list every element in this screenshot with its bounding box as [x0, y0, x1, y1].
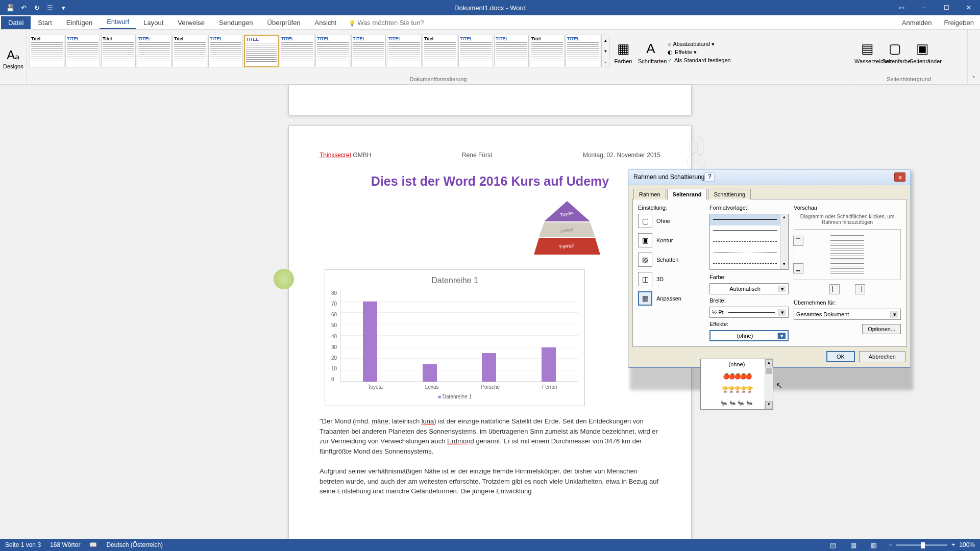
dd-item-art3[interactable]: 🐜 🐜 🐜 🐜	[701, 396, 773, 409]
einstellung-label: Einstellung:	[638, 205, 704, 211]
dialog-tab-seitenrand[interactable]: Seitenrand	[667, 189, 707, 199]
style-list[interactable]: ▴▾	[709, 214, 789, 270]
fonts-button[interactable]: A Schriftarten	[637, 39, 665, 66]
status-lang[interactable]: Deutsch (Österreich)	[106, 541, 163, 548]
gallery-scroll[interactable]: ▴▾⌄	[601, 35, 609, 67]
page-header: Thinksecret GMBH Rene Fürst Montag, 02. …	[320, 152, 660, 159]
view-print-icon[interactable]: ▦	[848, 541, 859, 549]
pageborders-button[interactable]: ▣ Seitenränder	[909, 39, 936, 66]
chart-y-axis: 01020304050607080	[331, 290, 340, 382]
vorschau-hint: Diagramm oder Schaltflächen klicken, um …	[794, 214, 901, 225]
ribbon-tabs: Datei Start Einfügen Entwurf Layout Verw…	[0, 15, 980, 30]
dialog-help-icon[interactable]: ?	[704, 172, 715, 182]
close-icon[interactable]: ✕	[958, 0, 980, 15]
edge-top-button[interactable]: ▔	[793, 236, 803, 246]
dd-scroll-up[interactable]: ▴	[765, 359, 773, 367]
ribbon: Aₐ Designs Titel TITEL Titel TITEL Titel…	[0, 30, 980, 85]
status-page[interactable]: Seite 1 von 3	[5, 541, 41, 548]
ribbon-options-icon[interactable]: ▭	[890, 0, 913, 15]
edge-bottom-button[interactable]: ▁	[793, 263, 803, 273]
pageborders-icon: ▣	[910, 41, 935, 57]
watermark-button[interactable]: ▤ Wasserzeichen	[853, 39, 881, 66]
svg-point-0	[687, 154, 705, 170]
zoom-slider[interactable]	[896, 544, 947, 546]
view-read-icon[interactable]: ▤	[827, 541, 839, 549]
share-button[interactable]: Freigeben	[938, 16, 980, 29]
tell-me-input[interactable]: Was möchten Sie tun?	[344, 16, 429, 29]
standard-button[interactable]: Als Standard festlegen	[668, 57, 731, 64]
colors-button[interactable]: ▦ Farben	[609, 39, 637, 66]
dd-scroll-down[interactable]: ▾	[765, 401, 773, 409]
cancel-button[interactable]: Abbrechen	[859, 351, 905, 362]
breite-combo[interactable]: ½ Pt.▾	[709, 307, 789, 318]
tab-verweise[interactable]: Verweise	[170, 16, 212, 29]
maximize-icon[interactable]: ☐	[935, 0, 958, 15]
statusbar: Seite 1 von 3 168 Wörter 📖 Deutsch (Öste…	[0, 539, 980, 551]
dialog-tab-schattierung[interactable]: Schattierung	[708, 189, 751, 199]
designs-icon: Aₐ	[3, 48, 23, 62]
dd-item-art1[interactable]: 🍎🍎🍎🍎🍎	[701, 369, 773, 383]
setting-schatten[interactable]: ▨Schatten	[638, 253, 704, 267]
pagecolor-button[interactable]: ▢ Seitenfarbe	[881, 39, 909, 66]
dd-scroll-thumb[interactable]	[766, 368, 772, 374]
setting-kontur[interactable]: ▣Kontur	[638, 233, 704, 247]
edge-left-button[interactable]: ▏	[829, 284, 840, 294]
effekte-dropdown[interactable]: (ohne) 🍎🍎🍎🍎🍎 🏆🏆🏆🏆🏆 🐜 🐜 🐜 🐜 ▴ ▾	[700, 359, 773, 410]
setting-3d[interactable]: ◫3D	[638, 272, 704, 286]
zoom-level[interactable]: 100%	[959, 541, 975, 548]
chart-title: Datenreihe 1	[331, 276, 578, 285]
dialog-close-icon[interactable]: ✕	[894, 172, 905, 182]
effekte-combo[interactable]: (ohne)▾	[709, 330, 789, 341]
preview-box: ▔ ▁	[794, 229, 901, 280]
minimize-icon[interactable]: –	[913, 0, 935, 15]
breite-label: Breite:	[709, 297, 789, 304]
designs-button[interactable]: Aₐ Designs	[3, 45, 23, 69]
status-proof-icon[interactable]: 📖	[89, 541, 97, 548]
redo-icon[interactable]: ↻	[31, 2, 43, 13]
chart: Datenreihe 1 01020304050607080 ToyotaLex…	[325, 269, 585, 406]
tab-layout[interactable]: Layout	[136, 16, 170, 29]
optionen-button[interactable]: Optionen...	[862, 324, 901, 334]
zoom-in-icon[interactable]: +	[951, 541, 955, 548]
uebernehmen-combo[interactable]: Gesamtes Dokument▾	[794, 309, 901, 320]
document-title: Dies ist der Word 2016 Kurs auf Udemy	[320, 174, 660, 189]
tab-ansicht[interactable]: Ansicht	[308, 16, 344, 29]
dialog-tab-rahmen[interactable]: Rahmen	[633, 189, 666, 199]
save-icon[interactable]: 💾	[4, 2, 16, 13]
tab-ueberpruefen[interactable]: Überprüfen	[260, 16, 308, 29]
effekte-button[interactable]: Effekte ▾	[668, 49, 731, 56]
fonts-icon: A	[638, 41, 664, 57]
tab-sendungen[interactable]: Sendungen	[212, 16, 260, 29]
tab-datei[interactable]: Datei	[1, 16, 31, 29]
ok-button[interactable]: OK	[826, 351, 855, 362]
collapse-ribbon-icon[interactable]: ˄	[968, 30, 980, 84]
absatzabstand-button[interactable]: Absatzabstand ▾	[668, 41, 731, 47]
effekte-label: Effekte:	[709, 321, 789, 327]
farbe-combo[interactable]: Automatisch▾	[709, 283, 789, 294]
edge-right-button[interactable]: ▕	[855, 284, 865, 294]
view-web-icon[interactable]: ▥	[868, 541, 879, 549]
bunny-decoration	[681, 136, 712, 172]
undo-icon[interactable]: ↶	[17, 2, 30, 13]
dd-item-art2[interactable]: 🏆🏆🏆🏆🏆	[701, 383, 773, 396]
svg-point-2	[697, 137, 703, 156]
touch-icon[interactable]: ☰	[44, 2, 56, 13]
tab-einfuegen[interactable]: Einfügen	[59, 16, 100, 29]
dd-item-ohne[interactable]: (ohne)	[701, 359, 773, 369]
tab-start[interactable]: Start	[31, 16, 59, 29]
tab-entwurf[interactable]: Entwurf	[100, 15, 136, 29]
dialog-titlebar[interactable]: Rahmen und Schattierung ? ✕	[628, 169, 911, 185]
status-words[interactable]: 168 Wörter	[50, 541, 80, 548]
chart-bars	[340, 290, 578, 382]
titlebar: 💾 ↶ ↻ ☰ ▾ Dokument1.docx - Word ▭ – ☐ ✕	[0, 0, 980, 15]
formatvorlage-label: Formatvorlage:	[709, 205, 789, 211]
setting-ohne[interactable]: ▢Ohne	[638, 214, 704, 228]
theme-gallery[interactable]: Titel TITEL Titel TITEL Titel TITEL TITE…	[30, 35, 609, 70]
designs-label: Designs	[3, 63, 23, 69]
zoom-out-icon[interactable]: −	[889, 541, 892, 548]
borders-dialog: Rahmen und Schattierung ? ✕ Rahmen Seite…	[628, 169, 911, 368]
setting-anpassen[interactable]: ▦Anpassen	[638, 291, 704, 306]
qat-more-icon[interactable]: ▾	[57, 2, 69, 13]
pyramid-graphic: Toyota Lexus Ferrari	[534, 201, 600, 257]
signin-link[interactable]: Anmelden	[896, 16, 938, 29]
